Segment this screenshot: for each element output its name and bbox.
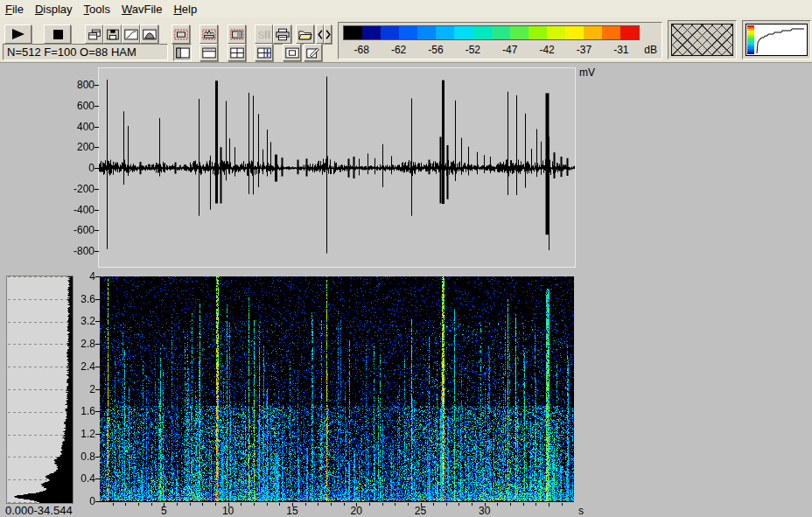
menu-item-file[interactable]: File — [5, 3, 24, 16]
tick-mark — [395, 503, 396, 506]
layout-grid-scale-button[interactable] — [255, 44, 273, 61]
tick-mark — [433, 503, 434, 506]
tick-mark — [254, 503, 255, 506]
analysis-params-box: N=512 F=100 O=88 HAM — [3, 44, 168, 60]
tick-label: 1.2 — [80, 428, 95, 440]
annotate-button[interactable] — [304, 44, 322, 61]
app-window: { "window": { "background": "#c0c0c0", "… — [0, 0, 812, 517]
tick-mark — [408, 503, 409, 506]
waveform-panel[interactable] — [98, 67, 576, 268]
tick-label: 600 — [77, 100, 94, 112]
colorbar-gradient — [343, 25, 640, 40]
scale-display-button[interactable]: S — [255, 24, 273, 44]
tick-mark — [382, 503, 383, 506]
menu-item-help[interactable]: Help — [173, 3, 197, 16]
tick-label: 2.8 — [80, 338, 95, 350]
colorbar-tick-label: -52 — [466, 44, 480, 56]
print-icon — [275, 28, 290, 41]
prev-button[interactable] — [316, 24, 324, 44]
annotate-icon — [305, 46, 321, 59]
next-icon — [325, 28, 332, 41]
tick-mark — [95, 367, 100, 367]
tick-mark — [95, 321, 100, 322]
tick-mark — [228, 503, 229, 507]
tick-mark — [94, 106, 99, 107]
colorbar-tick-label: -56 — [428, 44, 443, 56]
spectrogram-panel[interactable] — [100, 276, 574, 502]
x-tick-label: 25 — [415, 505, 426, 517]
menu-item-wavfile[interactable]: WavFile — [122, 3, 162, 16]
colorbar-segment — [399, 26, 417, 39]
tick-mark — [95, 479, 100, 479]
colorbar-segment — [528, 26, 547, 39]
spectrogram-display-button[interactable] — [172, 24, 190, 44]
colorbar-segment — [362, 26, 381, 39]
x-tick-label: 10 — [222, 505, 234, 517]
tick-mark — [95, 389, 100, 390]
waveform-canvas[interactable] — [99, 68, 575, 267]
layout-vertical-split-button[interactable] — [173, 44, 192, 61]
layout-grid-button[interactable] — [228, 44, 246, 61]
tick-mark — [497, 503, 498, 506]
tick-mark — [215, 503, 216, 506]
stop-button[interactable] — [44, 24, 71, 44]
layout-header-button[interactable] — [200, 44, 218, 61]
tick-mark — [164, 503, 164, 507]
tick-mark — [523, 503, 524, 506]
layout-single-button[interactable] — [283, 44, 301, 61]
tick-label: 2.4 — [80, 360, 95, 373]
tick-mark — [94, 210, 99, 211]
layout-grid-icon — [229, 46, 245, 59]
colormap-curve-icon — [746, 24, 808, 56]
layout-grid-scale-icon — [256, 46, 272, 59]
colorbar-tick-label: -42 — [539, 44, 554, 56]
window-function-button[interactable] — [140, 24, 158, 44]
time-axis-unit-label: s — [578, 505, 584, 517]
tick-label: 0 — [88, 162, 94, 174]
spectrogram-display-icon — [173, 28, 189, 41]
colorbar-segment — [417, 26, 436, 39]
tick-label: 3.2 — [80, 315, 95, 327]
colorbar-tick-label: -47 — [502, 44, 517, 56]
tick-label: 3.6 — [80, 293, 95, 305]
cascade-windows-button[interactable] — [85, 24, 103, 44]
layout-header-icon — [201, 46, 217, 59]
colorbar-segment — [510, 26, 528, 39]
tick-mark — [549, 503, 550, 507]
tick-mark — [318, 503, 318, 506]
colormap-curve-thumbnail — [742, 20, 811, 59]
open-file-button[interactable] — [296, 24, 314, 44]
print-button[interactable] — [273, 24, 291, 44]
colorbar-segment — [454, 26, 472, 39]
tick-mark — [95, 457, 100, 458]
analysis-params-text: N=512 F=100 O=88 HAM — [7, 45, 136, 59]
transfer-curve-button[interactable] — [122, 24, 140, 44]
waveform-unit-label: mV — [579, 66, 595, 79]
tick-mark — [485, 503, 486, 507]
colorbar-segment — [344, 26, 362, 39]
tick-label: 1.6 — [80, 405, 95, 417]
colorbar-segment — [436, 26, 454, 39]
spectrogram-canvas[interactable] — [100, 276, 574, 501]
dual-display-button[interactable] — [228, 24, 246, 44]
x-tick-label: 20 — [351, 505, 362, 517]
colorbar-segment — [620, 26, 639, 39]
waveform-display-button[interactable] — [200, 24, 218, 44]
menu-item-display[interactable]: Display — [35, 3, 73, 16]
save-button[interactable] — [103, 24, 122, 44]
cascade-windows-icon — [87, 28, 102, 41]
avg-spectrum-panel — [6, 276, 74, 504]
next-button[interactable] — [324, 24, 332, 44]
tick-mark — [95, 501, 100, 502]
tick-label: 400 — [77, 121, 94, 133]
layout-single-icon — [284, 46, 300, 59]
colorbar-segment — [472, 26, 491, 39]
stop-icon — [46, 27, 69, 41]
colorbar-segment — [602, 26, 620, 39]
menu-item-tools[interactable]: Tools — [84, 3, 110, 16]
tick-mark — [95, 299, 100, 300]
play-button[interactable] — [4, 24, 32, 44]
open-file-icon — [298, 28, 313, 41]
tick-label: 0.8 — [80, 451, 95, 463]
transfer-curve-icon — [123, 28, 139, 41]
